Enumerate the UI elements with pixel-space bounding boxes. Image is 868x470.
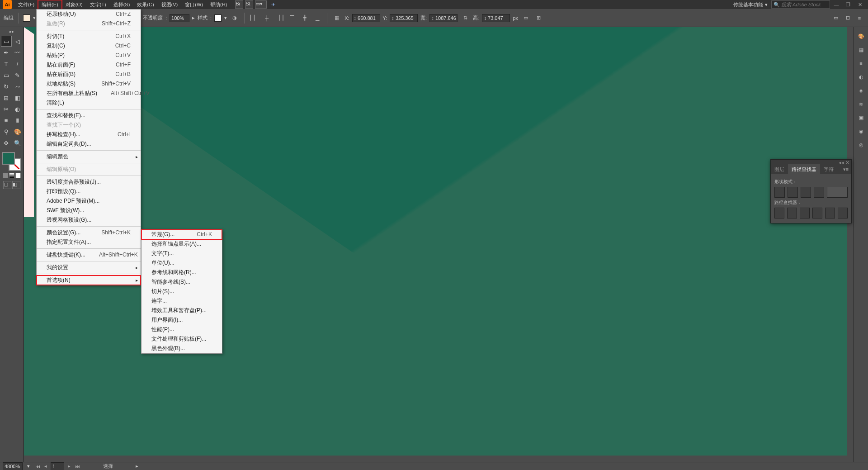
- align-right-icon[interactable]: ▕▕: [274, 13, 284, 23]
- menu-row-3[interactable]: 剪切(T)Ctrl+X: [37, 32, 141, 41]
- x-input[interactable]: ↕ 660.881: [352, 14, 380, 22]
- fill-swatch[interactable]: [23, 14, 30, 22]
- menu-row-23[interactable]: Adobe PDF 预设(M)...: [37, 196, 141, 206]
- align-hcenter-icon[interactable]: ┼: [262, 13, 272, 23]
- expand-button[interactable]: [827, 187, 848, 198]
- menu-row-21[interactable]: 透明度拼合器预设(J)...: [37, 177, 141, 187]
- menu-row-9[interactable]: 用户界面(I)...: [142, 315, 222, 325]
- menu-row-4[interactable]: 复制(C)Ctrl+C: [37, 41, 141, 51]
- align-vcenter-icon[interactable]: ╋: [300, 13, 310, 23]
- panel-close-icon[interactable]: ✕: [845, 160, 849, 164]
- outline-icon[interactable]: [825, 208, 835, 218]
- menu-row-7[interactable]: 连字...: [142, 296, 222, 306]
- stock-search[interactable]: 🔍 搜索 Adobe Stock: [771, 0, 830, 9]
- menu-row-1[interactable]: 选择和锚点显示(A)...: [142, 239, 222, 249]
- draw-mode-icon[interactable]: ◧: [12, 181, 20, 189]
- menu-row-5[interactable]: 粘贴(P)Ctrl+V: [37, 51, 141, 60]
- tool-4[interactable]: T: [1, 58, 12, 69]
- dock-swatches-icon[interactable]: ▦: [857, 45, 866, 54]
- intersect-icon[interactable]: [801, 187, 811, 198]
- menu-row-34[interactable]: 首选项(N): [37, 275, 141, 285]
- tool-11[interactable]: ◧: [12, 92, 23, 103]
- tool-2[interactable]: ✒: [1, 47, 12, 58]
- recolor-icon[interactable]: ◑: [230, 13, 240, 23]
- tool-10[interactable]: ⊞: [1, 92, 12, 103]
- minus-back-icon[interactable]: [838, 208, 848, 218]
- align-left-icon[interactable]: ▏▏: [249, 13, 259, 23]
- menu-item-3[interactable]: 文字(T): [86, 0, 110, 9]
- crop-icon[interactable]: [812, 208, 822, 218]
- menu-row-32[interactable]: 我的设置: [37, 263, 141, 272]
- edit-contents-icon[interactable]: ⊡: [843, 13, 853, 23]
- close-window-icon[interactable]: ✕: [854, 1, 865, 8]
- menu-row-6[interactable]: 切片(S)...: [142, 287, 222, 296]
- panel-collapse-icon[interactable]: ◂◂: [839, 160, 844, 164]
- tool-3[interactable]: 〰: [12, 47, 23, 58]
- menu-item-4[interactable]: 选择(S): [110, 0, 134, 9]
- artboard-index-input[interactable]: 1: [51, 462, 64, 470]
- menu-row-24[interactable]: SWF 预设(W)...: [37, 206, 141, 215]
- menu-row-22[interactable]: 打印预设(Q)...: [37, 187, 141, 196]
- menu-item-0[interactable]: 文件(F): [14, 0, 38, 9]
- tool-16[interactable]: ⚲: [1, 126, 12, 137]
- screen-mode-icon[interactable]: ▢: [3, 181, 11, 189]
- tool-12[interactable]: ✂: [1, 104, 12, 114]
- scrollbar-horizontal[interactable]: [24, 456, 847, 462]
- stock-icon[interactable]: St: [245, 0, 253, 9]
- dock-brushes-icon[interactable]: ≋: [857, 100, 866, 109]
- menu-row-3[interactable]: 单位(U)...: [142, 258, 222, 268]
- dock-graphic-styles-icon[interactable]: ◎: [857, 140, 866, 149]
- style-swatch[interactable]: [214, 14, 222, 22]
- tool-17[interactable]: 🎨: [12, 126, 23, 137]
- menu-row-27[interactable]: 颜色设置(G)...Shift+Ctrl+K: [37, 228, 141, 237]
- menu-item-7[interactable]: 窗口(W): [181, 0, 207, 9]
- next-artboard-icon[interactable]: ▸: [66, 463, 72, 470]
- menu-row-15[interactable]: 编辑自定词典(D)...: [37, 139, 141, 149]
- divide-icon[interactable]: [774, 208, 784, 218]
- tool-13[interactable]: ◐: [12, 104, 23, 114]
- dock-symbols-icon[interactable]: ♣: [857, 86, 866, 95]
- minus-front-icon[interactable]: [788, 187, 798, 198]
- maximize-icon[interactable]: ❐: [843, 1, 854, 8]
- panel-tab-1[interactable]: 路径查找器: [788, 164, 820, 174]
- menu-row-4[interactable]: 参考线和网格(R)...: [142, 268, 222, 277]
- shape-props-icon[interactable]: ▭: [521, 13, 531, 23]
- transform-panel-icon[interactable]: ⊞: [533, 13, 543, 23]
- last-artboard-icon[interactable]: ⏭: [74, 463, 80, 470]
- scrollbar-vertical[interactable]: [847, 27, 854, 462]
- menu-row-28[interactable]: 指定配置文件(A)...: [37, 237, 141, 247]
- tool-8[interactable]: ↻: [1, 81, 12, 92]
- color-mode-none[interactable]: [15, 173, 21, 178]
- fill-color[interactable]: [2, 152, 15, 165]
- dock-color-icon[interactable]: 🎨: [857, 32, 866, 41]
- menu-row-25[interactable]: 透视网格预设(G)...: [37, 215, 141, 225]
- sync-icon[interactable]: ✈: [271, 2, 275, 8]
- color-well[interactable]: [2, 152, 21, 171]
- merge-icon[interactable]: [800, 208, 810, 218]
- trim-icon[interactable]: [787, 208, 797, 218]
- tool-18[interactable]: ✥: [1, 138, 12, 148]
- tool-5[interactable]: /: [12, 58, 23, 69]
- menu-item-6[interactable]: 视图(V): [158, 0, 182, 9]
- h-input[interactable]: ↕ 73.047: [482, 14, 510, 22]
- transform-ref-icon[interactable]: ▦: [332, 13, 342, 23]
- minimize-icon[interactable]: —: [831, 1, 842, 8]
- menu-row-2[interactable]: 文字(T)...: [142, 249, 222, 258]
- menu-row-8[interactable]: 就地粘贴(S)Shift+Ctrl+V: [37, 79, 141, 89]
- menu-row-0[interactable]: 常规(G)...Ctrl+K: [142, 230, 222, 239]
- menu-row-9[interactable]: 在所有画板上粘贴(S)Alt+Shift+Ctrl+V: [37, 89, 141, 98]
- menu-row-12[interactable]: 黑色外观(B)...: [142, 344, 222, 353]
- menu-row-7[interactable]: 贴在后面(B)Ctrl+B: [37, 70, 141, 79]
- menu-row-0[interactable]: 还原移动(U)Ctrl+Z: [37, 9, 141, 19]
- y-input[interactable]: ↕ 325.365: [390, 14, 418, 22]
- status-menu-icon[interactable]: ▸: [136, 463, 138, 469]
- panel-tab-0[interactable]: 图层: [771, 164, 788, 174]
- tool-19[interactable]: 🔍: [12, 138, 23, 148]
- first-artboard-icon[interactable]: ⏮: [34, 463, 41, 470]
- align-bottom-icon[interactable]: ▁: [312, 13, 322, 23]
- dock-transparency-icon[interactable]: ▣: [857, 113, 866, 122]
- panel-tab-2[interactable]: 字符: [820, 164, 837, 174]
- tool-14[interactable]: ≡: [1, 115, 12, 126]
- menu-item-5[interactable]: 效果(C): [133, 0, 157, 9]
- workspace-switcher[interactable]: 传统基本功能▾: [730, 0, 771, 9]
